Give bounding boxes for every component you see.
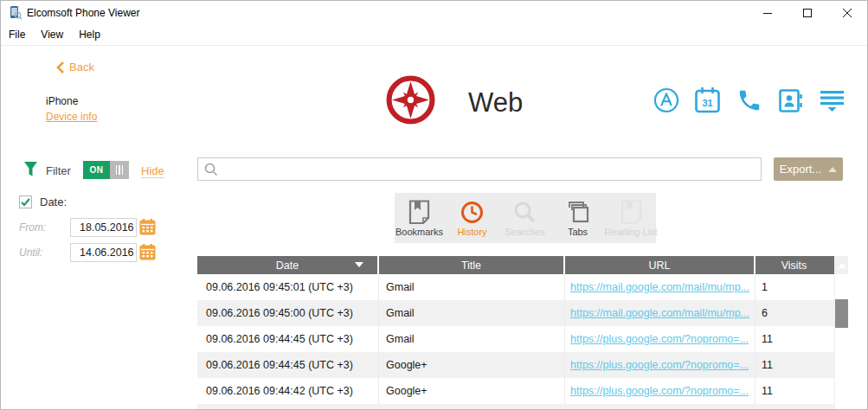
appstore-icon[interactable] [653, 86, 679, 115]
tab-tabs[interactable]: Tabs [553, 196, 602, 240]
sort-desc-icon [355, 262, 363, 267]
column-header-url[interactable]: URL [565, 256, 755, 274]
phone-icon[interactable] [736, 86, 762, 115]
from-calendar-button[interactable] [139, 219, 156, 235]
url-link[interactable]: https://mail.google.com/mail/mu/mp... [570, 281, 749, 293]
scroll-up-icon [838, 263, 846, 268]
cell-date: 09.06.2016 09:44:45 (UTC +3) [197, 326, 379, 352]
until-date-input[interactable] [70, 243, 137, 262]
window-title: Elcomsoft Phone Viewer [27, 7, 140, 19]
cell-title: Google+ [379, 378, 565, 404]
search-icon [204, 163, 218, 176]
url-link[interactable]: https://plus.google.com/?nopromo=... [570, 359, 749, 371]
menu-file[interactable]: File [1, 29, 33, 41]
minimize-button[interactable] [748, 1, 788, 24]
calendar-picker-icon [139, 219, 156, 235]
export-caret-icon [828, 167, 837, 172]
menubar: File View Help [1, 24, 867, 46]
cell-date: 09.06.2016 09:45:00 (UTC +3) [197, 300, 379, 326]
back-label: Back [69, 61, 94, 74]
menu-view[interactable]: View [33, 29, 71, 41]
bookmarks-icon [408, 200, 430, 224]
contacts-icon[interactable] [777, 86, 804, 115]
cell-date: 09.06.2016 09:44:45 (UTC +3) [197, 352, 379, 378]
cell-title: Gmail [379, 326, 565, 352]
minimize-icon [762, 8, 773, 18]
scrollbar-thumb[interactable] [835, 299, 848, 328]
cell-url: https://mail.google.com/mail/mu/mp... [565, 300, 755, 326]
tab-strip: Bookmarks History Searches [395, 193, 656, 243]
until-calendar-button[interactable] [139, 244, 156, 260]
view-menu-icon[interactable] [819, 86, 845, 115]
tab-label: Reading List [604, 227, 657, 237]
tab-reading-list: Reading List [606, 196, 656, 240]
main-panel: Web 31 [196, 46, 868, 410]
export-button[interactable]: Export... [774, 157, 843, 181]
sidebar: Back iPhone Device info Filter ON Hide D… [1, 46, 196, 410]
cell-url: https://plus.google.com/?nopromo=... [565, 378, 755, 404]
date-filter-label: Date: [40, 195, 67, 208]
url-link[interactable]: https://plus.google.com/?nopromo=... [570, 333, 749, 345]
titlebar: Elcomsoft Phone Viewer [1, 1, 867, 24]
table-body: 09.06.2016 09:45:01 (UTC +3) Gmail https… [197, 274, 834, 404]
cell-title: Google+ [379, 352, 565, 378]
category-icons: 31 [653, 86, 845, 115]
table-row[interactable]: 09.06.2016 09:44:45 (UTC +3) Gmail https… [197, 326, 834, 352]
hide-filter-link[interactable]: Hide [141, 164, 164, 178]
cell-url: https://mail.google.com/mail/mu/mp... [565, 274, 755, 300]
tabs-icon [566, 201, 589, 224]
device-info-link[interactable]: Device info [46, 111, 97, 123]
search-box [197, 157, 762, 181]
table-header: Date Title URL Visits [197, 256, 834, 274]
cell-url: https://plus.google.com/?nopromo=... [565, 326, 755, 352]
back-button[interactable]: Back [56, 61, 94, 74]
close-icon [842, 8, 852, 18]
reading-list-icon [620, 200, 642, 224]
url-link[interactable]: https://plus.google.com/?nopromo=... [570, 385, 749, 397]
maximize-button[interactable] [788, 1, 827, 24]
tab-bookmarks[interactable]: Bookmarks [395, 196, 444, 240]
tab-label: History [457, 227, 486, 237]
date-checkbox[interactable] [19, 195, 32, 208]
cell-title: Gmail [379, 274, 565, 300]
filter-row: Filter ON Hide [1, 158, 196, 183]
scroll-up-button[interactable] [835, 256, 848, 274]
url-link[interactable]: https://mail.google.com/mail/mu/mp... [570, 307, 749, 319]
table-row[interactable]: 09.06.2016 09:44:42 (UTC +3) Google+ htt… [197, 378, 834, 404]
calendar-icon[interactable]: 31 [694, 86, 721, 115]
from-date-row: From: [1, 218, 196, 237]
from-date-input[interactable] [70, 218, 137, 237]
web-compass-icon [386, 75, 435, 125]
until-label: Until: [19, 247, 42, 259]
tab-searches: Searches [500, 196, 550, 240]
cell-visits: 11 [755, 378, 833, 404]
history-table: Date Title URL Visits 09.06.2016 09:45:0… [197, 256, 834, 410]
app-window: Elcomsoft Phone Viewer File View Help Ba… [0, 0, 868, 410]
calendar-picker-icon [139, 244, 156, 260]
table-row[interactable]: 09.06.2016 09:44:45 (UTC +3) Google+ htt… [197, 352, 834, 378]
tab-history[interactable]: History [447, 196, 497, 240]
close-button[interactable] [827, 1, 867, 24]
column-header-visits[interactable]: Visits [755, 256, 833, 274]
checkmark-icon [21, 198, 30, 207]
table-row[interactable]: 09.06.2016 09:45:01 (UTC +3) Gmail https… [197, 274, 834, 300]
svg-text:31: 31 [702, 98, 712, 108]
column-header-title[interactable]: Title [379, 256, 565, 274]
search-input[interactable] [223, 158, 761, 180]
from-label: From: [19, 221, 46, 234]
filter-label: Filter [46, 164, 71, 177]
searches-icon [513, 201, 537, 224]
page-title: Web [468, 87, 523, 119]
table-row[interactable]: 09.06.2016 09:45:00 (UTC +3) Gmail https… [197, 300, 834, 326]
history-icon [460, 201, 484, 224]
filter-toggle[interactable]: ON [83, 161, 129, 179]
menu-help[interactable]: Help [71, 29, 108, 41]
until-date-row: Until: [1, 243, 196, 262]
column-header-date[interactable]: Date [197, 256, 379, 274]
filter-funnel-icon [23, 161, 38, 177]
maximize-icon [802, 8, 813, 18]
cell-date: 09.06.2016 09:45:01 (UTC +3) [197, 274, 379, 300]
app-logo-icon [8, 5, 23, 20]
cell-url: https://plus.google.com/?nopromo=... [565, 352, 755, 378]
cell-date: 09.06.2016 09:44:42 (UTC +3) [197, 378, 379, 404]
